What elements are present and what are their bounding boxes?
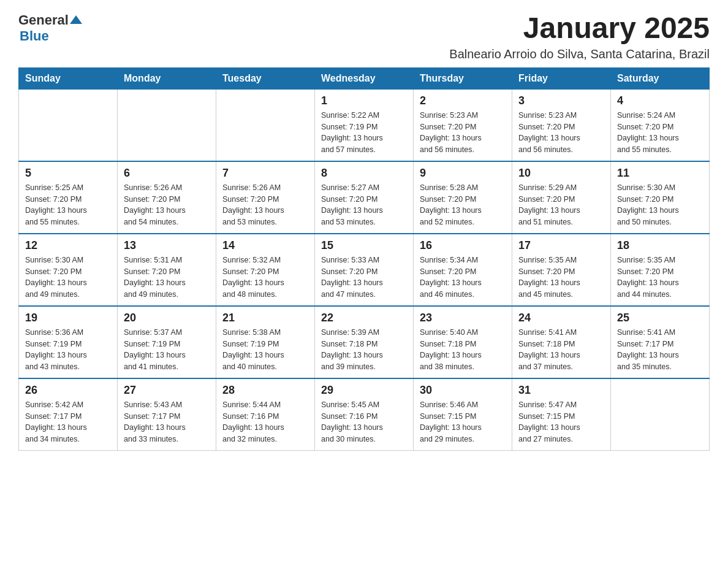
calendar-week-row: 12Sunrise: 5:30 AM Sunset: 7:20 PM Dayli… [19, 234, 710, 306]
day-number: 8 [321, 167, 407, 180]
day-number: 27 [124, 384, 210, 397]
table-row: 22Sunrise: 5:39 AM Sunset: 7:18 PM Dayli… [315, 306, 414, 378]
day-info: Sunrise: 5:43 AM Sunset: 7:17 PM Dayligh… [124, 399, 210, 445]
day-info: Sunrise: 5:35 AM Sunset: 7:20 PM Dayligh… [518, 255, 604, 301]
day-info: Sunrise: 5:26 AM Sunset: 7:20 PM Dayligh… [124, 182, 210, 228]
month-year-title: January 2025 [449, 12, 710, 45]
day-number: 30 [420, 384, 506, 397]
location-subtitle: Balneario Arroio do Silva, Santa Catarin… [449, 47, 710, 61]
day-info: Sunrise: 5:42 AM Sunset: 7:17 PM Dayligh… [25, 399, 111, 445]
day-number: 14 [222, 239, 308, 252]
table-row: 1Sunrise: 5:22 AM Sunset: 7:19 PM Daylig… [315, 89, 414, 161]
table-row: 14Sunrise: 5:32 AM Sunset: 7:20 PM Dayli… [216, 234, 315, 306]
day-number: 24 [518, 312, 604, 324]
calendar-week-row: 1Sunrise: 5:22 AM Sunset: 7:19 PM Daylig… [19, 89, 710, 161]
calendar-week-row: 26Sunrise: 5:42 AM Sunset: 7:17 PM Dayli… [19, 378, 710, 451]
day-info: Sunrise: 5:32 AM Sunset: 7:20 PM Dayligh… [222, 255, 308, 301]
day-number: 18 [617, 239, 703, 252]
day-info: Sunrise: 5:40 AM Sunset: 7:18 PM Dayligh… [420, 327, 506, 373]
day-info: Sunrise: 5:29 AM Sunset: 7:20 PM Dayligh… [518, 182, 604, 228]
day-number: 29 [321, 384, 407, 397]
day-number: 13 [124, 239, 210, 252]
table-row: 23Sunrise: 5:40 AM Sunset: 7:18 PM Dayli… [414, 306, 512, 378]
day-info: Sunrise: 5:44 AM Sunset: 7:16 PM Dayligh… [222, 399, 308, 445]
table-row: 31Sunrise: 5:47 AM Sunset: 7:15 PM Dayli… [512, 378, 611, 451]
day-info: Sunrise: 5:38 AM Sunset: 7:19 PM Dayligh… [222, 327, 308, 373]
day-info: Sunrise: 5:39 AM Sunset: 7:18 PM Dayligh… [321, 327, 407, 373]
day-number: 28 [222, 384, 308, 397]
day-info: Sunrise: 5:46 AM Sunset: 7:15 PM Dayligh… [420, 399, 506, 445]
table-row [118, 89, 216, 161]
table-row: 5Sunrise: 5:25 AM Sunset: 7:20 PM Daylig… [19, 161, 118, 234]
table-row [216, 89, 315, 161]
header-sunday: Sunday [19, 67, 118, 89]
day-number: 19 [25, 312, 111, 324]
table-row: 6Sunrise: 5:26 AM Sunset: 7:20 PM Daylig… [118, 161, 216, 234]
table-row: 27Sunrise: 5:43 AM Sunset: 7:17 PM Dayli… [118, 378, 216, 451]
day-number: 6 [124, 167, 210, 180]
table-row: 20Sunrise: 5:37 AM Sunset: 7:19 PM Dayli… [118, 306, 216, 378]
table-row: 13Sunrise: 5:31 AM Sunset: 7:20 PM Dayli… [118, 234, 216, 306]
calendar-week-row: 19Sunrise: 5:36 AM Sunset: 7:19 PM Dayli… [19, 306, 710, 378]
table-row: 11Sunrise: 5:30 AM Sunset: 7:20 PM Dayli… [611, 161, 710, 234]
table-row: 10Sunrise: 5:29 AM Sunset: 7:20 PM Dayli… [512, 161, 611, 234]
day-info: Sunrise: 5:23 AM Sunset: 7:20 PM Dayligh… [518, 110, 604, 156]
day-number: 31 [518, 384, 604, 397]
day-number: 23 [420, 312, 506, 324]
day-info: Sunrise: 5:23 AM Sunset: 7:20 PM Dayligh… [420, 110, 506, 156]
logo-blue-text: Blue [20, 28, 49, 44]
day-info: Sunrise: 5:28 AM Sunset: 7:20 PM Dayligh… [420, 182, 506, 228]
day-info: Sunrise: 5:24 AM Sunset: 7:20 PM Dayligh… [617, 110, 703, 156]
logo-general-text: General [18, 12, 69, 28]
header-tuesday: Tuesday [216, 67, 315, 89]
calendar-table: Sunday Monday Tuesday Wednesday Thursday… [18, 67, 710, 451]
table-row [611, 378, 710, 451]
day-info: Sunrise: 5:31 AM Sunset: 7:20 PM Dayligh… [124, 255, 210, 301]
table-row [19, 89, 118, 161]
calendar-header-row: Sunday Monday Tuesday Wednesday Thursday… [19, 67, 710, 89]
table-row: 28Sunrise: 5:44 AM Sunset: 7:16 PM Dayli… [216, 378, 315, 451]
day-info: Sunrise: 5:47 AM Sunset: 7:15 PM Dayligh… [518, 399, 604, 445]
day-number: 25 [617, 312, 703, 324]
day-number: 11 [617, 167, 703, 180]
day-number: 4 [617, 94, 703, 107]
day-number: 21 [222, 312, 308, 324]
table-row: 4Sunrise: 5:24 AM Sunset: 7:20 PM Daylig… [611, 89, 710, 161]
table-row: 16Sunrise: 5:34 AM Sunset: 7:20 PM Dayli… [414, 234, 512, 306]
day-info: Sunrise: 5:30 AM Sunset: 7:20 PM Dayligh… [617, 182, 703, 228]
day-number: 17 [518, 239, 604, 252]
header-wednesday: Wednesday [315, 67, 414, 89]
day-number: 1 [321, 94, 407, 107]
day-info: Sunrise: 5:37 AM Sunset: 7:19 PM Dayligh… [124, 327, 210, 373]
header-thursday: Thursday [414, 67, 512, 89]
day-info: Sunrise: 5:25 AM Sunset: 7:20 PM Dayligh… [25, 182, 111, 228]
day-info: Sunrise: 5:34 AM Sunset: 7:20 PM Dayligh… [420, 255, 506, 301]
table-row: 30Sunrise: 5:46 AM Sunset: 7:15 PM Dayli… [414, 378, 512, 451]
table-row: 9Sunrise: 5:28 AM Sunset: 7:20 PM Daylig… [414, 161, 512, 234]
day-info: Sunrise: 5:27 AM Sunset: 7:20 PM Dayligh… [321, 182, 407, 228]
table-row: 18Sunrise: 5:35 AM Sunset: 7:20 PM Dayli… [611, 234, 710, 306]
day-info: Sunrise: 5:41 AM Sunset: 7:18 PM Dayligh… [518, 327, 604, 373]
table-row: 12Sunrise: 5:30 AM Sunset: 7:20 PM Dayli… [19, 234, 118, 306]
table-row: 26Sunrise: 5:42 AM Sunset: 7:17 PM Dayli… [19, 378, 118, 451]
day-number: 2 [420, 94, 506, 107]
table-row: 29Sunrise: 5:45 AM Sunset: 7:16 PM Dayli… [315, 378, 414, 451]
day-info: Sunrise: 5:45 AM Sunset: 7:16 PM Dayligh… [321, 399, 407, 445]
day-number: 12 [25, 239, 111, 252]
day-info: Sunrise: 5:33 AM Sunset: 7:20 PM Dayligh… [321, 255, 407, 301]
table-row: 3Sunrise: 5:23 AM Sunset: 7:20 PM Daylig… [512, 89, 611, 161]
day-info: Sunrise: 5:35 AM Sunset: 7:20 PM Dayligh… [617, 255, 703, 301]
title-area: January 2025 Balneario Arroio do Silva, … [449, 12, 710, 61]
calendar-week-row: 5Sunrise: 5:25 AM Sunset: 7:20 PM Daylig… [19, 161, 710, 234]
logo: General Blue [18, 12, 82, 44]
day-number: 20 [124, 312, 210, 324]
header-friday: Friday [512, 67, 611, 89]
table-row: 25Sunrise: 5:41 AM Sunset: 7:17 PM Dayli… [611, 306, 710, 378]
day-info: Sunrise: 5:26 AM Sunset: 7:20 PM Dayligh… [222, 182, 308, 228]
day-number: 3 [518, 94, 604, 107]
table-row: 2Sunrise: 5:23 AM Sunset: 7:20 PM Daylig… [414, 89, 512, 161]
day-number: 10 [518, 167, 604, 180]
day-number: 7 [222, 167, 308, 180]
table-row: 21Sunrise: 5:38 AM Sunset: 7:19 PM Dayli… [216, 306, 315, 378]
day-number: 22 [321, 312, 407, 324]
